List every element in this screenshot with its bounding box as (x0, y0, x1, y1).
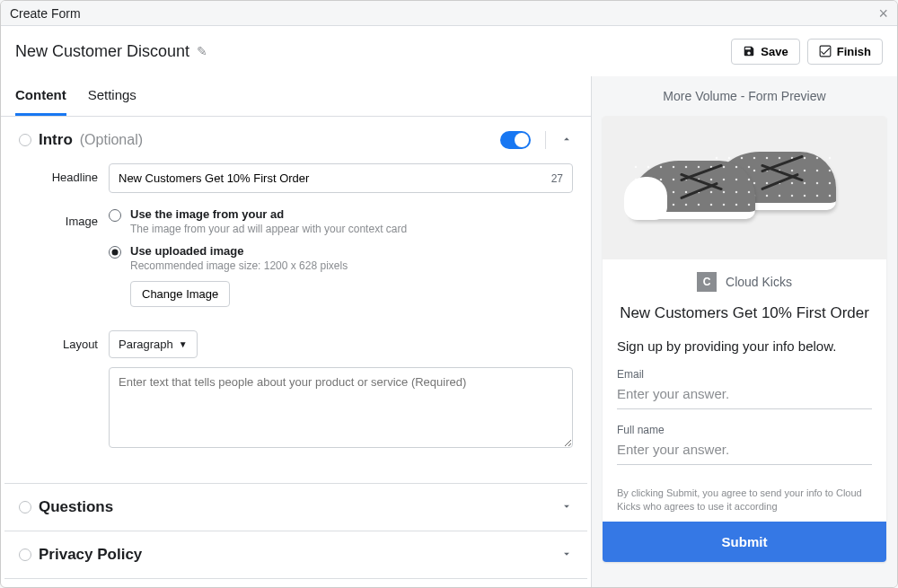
save-icon (743, 45, 755, 57)
layout-label: Layout (48, 330, 109, 351)
chevron-up-icon[interactable] (560, 133, 573, 148)
brand-avatar: C (697, 272, 717, 292)
section-privacy: Privacy Policy (4, 531, 587, 579)
section-questions-header[interactable]: Questions (4, 484, 587, 531)
image-label: Image (48, 207, 109, 228)
left-panel: Content Settings Intro (Optional) (1, 76, 592, 587)
pencil-icon[interactable]: ✎ (197, 44, 207, 58)
header-buttons: Save Finish (731, 39, 883, 65)
email-input[interactable]: Enter your answer. (617, 386, 872, 409)
preview-headline: New Customers Get 10% First Order (603, 304, 886, 338)
image-opt-uploaded[interactable]: Use uploaded image Recommended image siz… (109, 244, 573, 307)
main-split: Content Settings Intro (Optional) (1, 76, 897, 587)
privacy-title: Privacy Policy (39, 546, 142, 564)
finish-label: Finish (837, 45, 871, 58)
preview-scroll[interactable]: C Cloud Kicks New Customers Get 10% Firs… (592, 116, 897, 587)
questions-title: Questions (39, 498, 113, 516)
fullname-input[interactable]: Enter your answer. (617, 442, 872, 465)
tabs: Content Settings (1, 76, 591, 117)
create-form-dialog: Create Form × New Customer Discount ✎ Sa… (0, 0, 898, 588)
preview-header: More Volume - Form Preview (592, 76, 897, 116)
close-icon[interactable]: × (878, 5, 888, 22)
form-name-wrap: New Customer Discount ✎ (15, 42, 207, 61)
change-image-label: Change Image (142, 287, 218, 301)
radio-icon (109, 209, 121, 222)
questions-status-icon (19, 501, 31, 513)
section-privacy-header[interactable]: Privacy Policy (4, 531, 587, 578)
layout-value: Paragraph (119, 338, 173, 351)
intro-optional: (Optional) (80, 132, 143, 148)
submit-button[interactable]: Submit (603, 522, 886, 562)
intro-toggle[interactable] (500, 131, 531, 149)
caret-down-icon: ▼ (179, 339, 188, 349)
finish-button[interactable]: Finish (807, 39, 883, 65)
form-name-text: New Customer Discount (15, 42, 189, 61)
preview-field-fullname: Full name Enter your answer. (603, 424, 886, 479)
opt-from-ad-title: Use the image from your ad (130, 207, 407, 221)
headline-counter: 27 (551, 172, 563, 185)
headline-input[interactable] (119, 171, 551, 185)
left-scroll[interactable]: Intro (Optional) Headline (1, 117, 591, 587)
svg-rect-0 (820, 46, 831, 57)
tab-content[interactable]: Content (15, 76, 66, 116)
chevron-down-icon (560, 548, 573, 563)
preview-field-email: Email Enter your answer. (603, 368, 886, 424)
preview-subtext: Sign up by providing your info below. (603, 338, 886, 368)
opt-uploaded-title: Use uploaded image (130, 244, 348, 258)
headline-row: Headline 27 (48, 163, 573, 193)
chevron-down-icon (560, 500, 573, 515)
dialog-header: Create Form × (1, 1, 897, 26)
privacy-status-icon (19, 549, 31, 561)
headline-input-wrap[interactable]: 27 (109, 163, 573, 193)
dialog-title: Create Form (10, 6, 81, 21)
finish-icon (819, 45, 832, 57)
layout-textarea[interactable] (109, 367, 573, 448)
fullname-label: Full name (617, 424, 872, 436)
brand-row: C Cloud Kicks (603, 259, 886, 304)
layout-row: Layout Paragraph ▼ (48, 330, 573, 451)
tab-settings[interactable]: Settings (88, 76, 136, 116)
preview-disclaimer: By clicking Submit, you agree to send yo… (603, 479, 886, 522)
opt-uploaded-sub: Recommended image size: 1200 x 628 pixel… (130, 259, 348, 272)
image-opt-from-ad[interactable]: Use the image from your ad The image fro… (109, 207, 573, 235)
section-intro-header[interactable]: Intro (Optional) (4, 117, 587, 163)
preview-card: C Cloud Kicks New Customers Get 10% Firs… (603, 116, 886, 562)
divider (545, 131, 546, 149)
name-bar: New Customer Discount ✎ Save Finish (1, 26, 897, 76)
layout-select[interactable]: Paragraph ▼ (109, 330, 198, 358)
image-row: Image Use the image from your ad The ima… (48, 207, 573, 316)
preview-image (603, 116, 886, 259)
intro-title: Intro (39, 131, 73, 149)
save-label: Save (761, 45, 788, 58)
save-button[interactable]: Save (731, 39, 799, 65)
section-intro: Intro (Optional) Headline (4, 117, 587, 484)
radio-icon-checked (109, 246, 121, 259)
headline-label: Headline (48, 163, 109, 184)
change-image-button[interactable]: Change Image (130, 281, 230, 307)
preview-panel: More Volume - Form Preview C Cloud Kicks… (592, 76, 897, 587)
opt-from-ad-sub: The image from your ad will appear with … (130, 223, 407, 235)
email-label: Email (617, 368, 872, 381)
section-questions: Questions (4, 484, 587, 531)
intro-body: Headline 27 Image (4, 163, 587, 483)
brand-name: Cloud Kicks (726, 275, 792, 289)
intro-status-icon (19, 134, 31, 146)
